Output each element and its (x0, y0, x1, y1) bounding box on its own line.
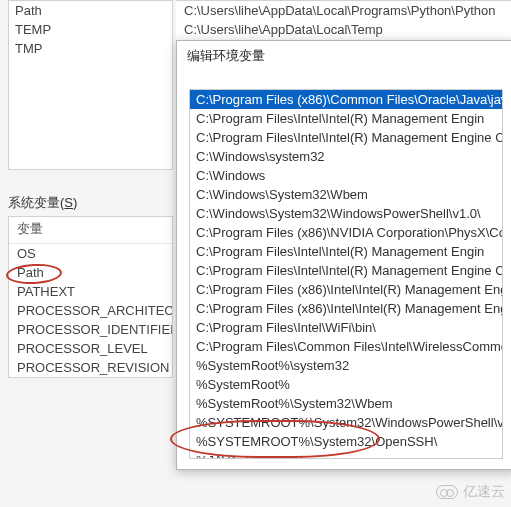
path-entry[interactable]: C:\Program Files\Common Files\Intel\Wire… (190, 337, 502, 356)
path-entry[interactable]: C:\Windows (190, 166, 502, 185)
dialog-title: 编辑环境变量 (177, 41, 511, 71)
system-var-item[interactable]: Path (9, 263, 172, 282)
path-entry[interactable]: %JAVA_HOME%\bin (190, 451, 502, 459)
path-entry[interactable]: %SYSTEMROOT%\System32\OpenSSH\ (190, 432, 502, 451)
user-var-value: C:\Users\lihe\AppData\Local\Temp (176, 20, 511, 39)
env-vars-dialog: Path TEMP TMP C:\Users\lihe\AppData\Loca… (0, 0, 511, 507)
path-entry[interactable]: C:\Program Files (x86)\NVIDIA Corporatio… (190, 223, 502, 242)
user-var-name[interactable]: Path (9, 1, 172, 20)
user-vars-values: C:\Users\lihe\AppData\Local\Programs\Pyt… (176, 0, 511, 45)
path-entry[interactable]: %SystemRoot%\System32\Wbem (190, 394, 502, 413)
path-entry[interactable]: C:\Program Files\Intel\Intel(R) Manageme… (190, 128, 502, 147)
watermark: 亿速云 (436, 483, 505, 501)
path-entry[interactable]: %SystemRoot% (190, 375, 502, 394)
path-entry[interactable]: C:\Program Files\Intel\Intel(R) Manageme… (190, 109, 502, 128)
user-var-name[interactable]: TEMP (9, 20, 172, 39)
path-entry[interactable]: %SystemRoot%\system32 (190, 356, 502, 375)
system-var-item[interactable]: PROCESSOR_ARCHITECT (9, 301, 172, 320)
path-entry[interactable]: C:\Program Files\Intel\Intel(R) Manageme… (190, 242, 502, 261)
path-entry[interactable]: C:\Program Files (x86)\Intel\Intel(R) Ma… (190, 299, 502, 318)
user-var-name[interactable]: TMP (9, 39, 172, 58)
path-entry[interactable]: C:\Windows\system32 (190, 147, 502, 166)
system-vars-list[interactable]: 变量 OS Path PATHEXT PROCESSOR_ARCHITECT P… (8, 216, 173, 378)
system-var-item[interactable]: PROCESSOR_IDENTIFIER (9, 320, 172, 339)
path-entries-listbox[interactable]: C:\Program Files (x86)\Common Files\Orac… (189, 89, 503, 459)
system-var-item[interactable]: OS (9, 244, 172, 263)
edit-env-var-dialog: 编辑环境变量 C:\Program Files (x86)\Common Fil… (176, 40, 511, 470)
watermark-logo-icon (436, 485, 458, 499)
user-var-value: C:\Users\lihe\AppData\Local\Programs\Pyt… (176, 1, 511, 20)
system-vars-label: 系统变量(S) (8, 194, 77, 212)
path-entry[interactable]: C:\Program Files (x86)\Common Files\Orac… (190, 90, 502, 109)
path-entry[interactable]: %SYSTEMROOT%\System32\WindowsPowerShell\… (190, 413, 502, 432)
path-entry[interactable]: C:\Program Files\Intel\Intel(R) Manageme… (190, 261, 502, 280)
path-entry[interactable]: C:\Windows\System32\WindowsPowerShell\v1… (190, 204, 502, 223)
path-entry[interactable]: C:\Windows\System32\Wbem (190, 185, 502, 204)
system-var-item[interactable]: PROCESSOR_REVISION (9, 358, 172, 377)
system-var-item[interactable]: PATHEXT (9, 282, 172, 301)
watermark-text: 亿速云 (463, 483, 505, 501)
path-entry[interactable]: C:\Program Files\Intel\WiFi\bin\ (190, 318, 502, 337)
path-entry[interactable]: C:\Program Files (x86)\Intel\Intel(R) Ma… (190, 280, 502, 299)
system-vars-header: 变量 (9, 217, 172, 244)
system-var-item[interactable]: PROCESSOR_LEVEL (9, 339, 172, 358)
user-vars-list[interactable]: Path TEMP TMP (8, 0, 173, 170)
